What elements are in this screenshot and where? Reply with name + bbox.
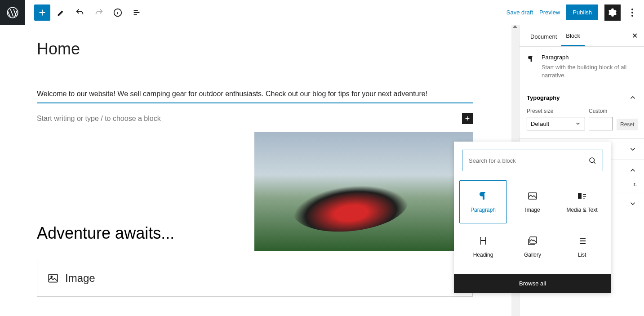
svg-point-3 [631, 12, 633, 13]
block-info-title: Paragraph [542, 54, 637, 61]
custom-size-input[interactable] [589, 117, 613, 130]
hero-image [254, 132, 473, 251]
search-icon [588, 156, 596, 165]
block-type-image[interactable]: Image [509, 180, 556, 223]
editor-canvas[interactable]: Home Welcome to our website! We sell cam… [0, 25, 511, 316]
preset-size-value: Default [531, 120, 549, 127]
gallery-icon [527, 236, 538, 246]
block-type-label: Paragraph [471, 207, 496, 213]
block-inserter-popover: Paragraph Image Media & Text Heading Gal… [454, 142, 611, 293]
svg-point-4 [631, 15, 633, 17]
paragraph-block[interactable]: Welcome to our website! We sell camping … [37, 90, 473, 103]
editor-topbar: Save draft Preview Publish [0, 0, 644, 25]
settings-button[interactable] [604, 4, 621, 21]
redo-icon[interactable] [91, 4, 107, 21]
block-type-label: List [578, 252, 586, 258]
save-draft-button[interactable]: Save draft [506, 9, 533, 16]
chevron-down-icon [629, 200, 637, 208]
toolbar-right: Save draft Preview Publish [506, 4, 644, 21]
chevron-down-icon [629, 145, 637, 153]
add-block-button[interactable] [34, 4, 50, 21]
reset-button[interactable]: Reset [617, 119, 638, 130]
more-menu-icon[interactable] [627, 4, 638, 21]
chevron-up-icon [629, 166, 637, 174]
chevron-down-icon [575, 120, 581, 127]
image-block-empty[interactable]: Image [37, 260, 473, 297]
block-appender-placeholder[interactable]: Start writing or type / to choose a bloc… [37, 115, 161, 123]
typography-panel-body: Preset size Default Custom Reset [520, 108, 644, 138]
paragraph-icon [478, 191, 489, 201]
svg-rect-5 [49, 274, 58, 282]
list-icon [577, 236, 587, 246]
block-type-heading[interactable]: Heading [459, 225, 507, 268]
outline-icon[interactable] [129, 4, 145, 21]
svg-point-2 [631, 9, 633, 10]
close-sidebar-icon[interactable]: ✕ [632, 31, 638, 40]
block-type-label: Gallery [524, 252, 541, 258]
tab-block[interactable]: Block [561, 25, 585, 46]
browse-all-button[interactable]: Browse all [454, 274, 611, 293]
block-type-label: Heading [473, 252, 493, 258]
preview-button[interactable]: Preview [539, 9, 560, 16]
info-icon[interactable] [110, 4, 126, 21]
media-text-icon [577, 191, 587, 201]
wordpress-logo[interactable] [0, 0, 25, 25]
block-inserter-grid: Paragraph Image Media & Text Heading Gal… [454, 179, 611, 274]
chevron-up-icon [629, 93, 637, 102]
block-type-list[interactable]: List [558, 225, 606, 268]
block-type-label: Image [525, 207, 540, 213]
page-title[interactable]: Home [37, 40, 475, 58]
preset-size-select[interactable]: Default [527, 117, 585, 130]
typography-title: Typography [527, 94, 560, 101]
block-appender-row: Start writing or type / to choose a bloc… [37, 113, 473, 124]
edit-icon[interactable] [53, 4, 69, 21]
svg-point-7 [590, 158, 595, 163]
paragraph-icon [527, 54, 535, 64]
block-type-paragraph[interactable]: Paragraph [459, 180, 507, 223]
block-type-gallery[interactable]: Gallery [509, 225, 556, 268]
block-info-desc: Start with the building block of all nar… [542, 63, 637, 80]
svg-rect-9 [578, 193, 582, 199]
block-info-panel: Paragraph Start with the building block … [520, 47, 644, 87]
image-icon [527, 191, 538, 201]
sidebar-tabs: Document Block ✕ [520, 25, 644, 47]
custom-size-label: Custom [589, 108, 613, 114]
heading-icon [478, 236, 489, 246]
undo-icon[interactable] [72, 4, 88, 21]
image-icon [47, 272, 59, 284]
image-block-label: Image [65, 272, 95, 285]
toolbar-left [25, 4, 506, 21]
block-type-media-text[interactable]: Media & Text [558, 180, 606, 223]
svg-point-6 [51, 276, 52, 277]
block-search-input[interactable] [469, 157, 588, 164]
block-type-label: Media & Text [566, 207, 597, 213]
preset-size-label: Preset size [527, 108, 585, 114]
publish-button[interactable]: Publish [566, 4, 598, 20]
typography-panel-toggle[interactable]: Typography [520, 87, 644, 108]
canvas-wrapper: Home Welcome to our website! We sell cam… [0, 25, 511, 316]
tab-document[interactable]: Document [526, 26, 561, 46]
block-search-field[interactable] [462, 150, 603, 171]
inline-add-block-button[interactable]: + [462, 113, 473, 124]
